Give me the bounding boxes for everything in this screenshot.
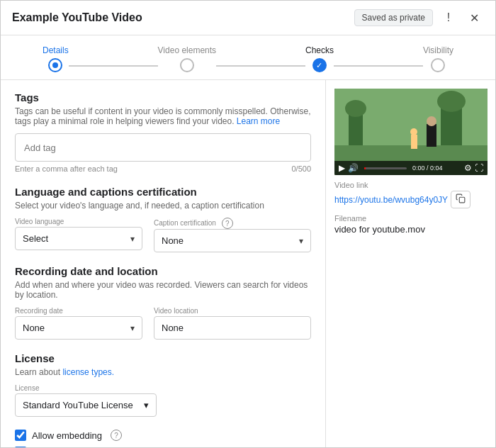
checkboxes-section: Allow embedding ? Publish to subscriptio… [15, 430, 311, 447]
lang-chevron-icon: ▾ [130, 234, 135, 244]
video-link-section: Video link https://youtu.be/wvubg64y0JY [334, 181, 487, 208]
info-button[interactable]: ! [439, 8, 458, 28]
fullscreen-button[interactable]: ⛶ [475, 163, 483, 173]
date-select[interactable]: None ▾ [15, 316, 142, 340]
date-loc-row: Recording date None ▾ Video location Non… [15, 307, 311, 340]
cert-chevron-icon: ▾ [299, 236, 303, 246]
svg-rect-8 [411, 135, 417, 149]
video-link-row: https://youtu.be/wvubg64y0JY [334, 191, 487, 208]
step-video-elements-label: Video elements [158, 45, 217, 55]
license-section: License Learn about license types. Licen… [15, 352, 311, 417]
date-label: Recording date [15, 307, 142, 315]
tags-desc: Tags can be useful if content in your vi… [15, 106, 311, 126]
recording-title: Recording date and location [15, 265, 311, 277]
allow-embedding-label: Allow embedding [32, 430, 102, 441]
svg-point-3 [437, 91, 466, 112]
tags-title: Tags [15, 91, 311, 103]
tag-input-wrapper [15, 133, 311, 162]
loc-select[interactable]: None [154, 316, 311, 340]
steps-bar: Details Video elements Checks ✓ Visibili… [1, 35, 495, 80]
header: Example YouTube Video Saved as private !… [1, 1, 495, 35]
filename-value: video for youtube.mov [334, 224, 487, 235]
lang-label: Video language [15, 218, 142, 225]
license-title: License [15, 352, 311, 364]
date-select-group: Recording date None ▾ [15, 307, 142, 340]
cert-select-group: Caption certification ? None ▾ [154, 218, 311, 252]
svg-point-7 [427, 116, 436, 126]
step-visibility[interactable]: Visibility [423, 45, 453, 72]
cert-label: Caption certification [154, 219, 216, 227]
lang-cert-row: Video language Select ▾ Caption certific… [15, 218, 311, 252]
license-chevron-icon: ▾ [144, 400, 149, 410]
settings-button[interactable]: ⚙ [464, 163, 472, 173]
lang-select[interactable]: Select ▾ [15, 227, 142, 250]
svg-rect-10 [459, 197, 465, 203]
svg-rect-6 [427, 124, 436, 147]
left-panel: Tags Tags can be useful if content in yo… [1, 80, 325, 447]
license-label: License [15, 384, 311, 392]
tag-input[interactable] [24, 142, 302, 153]
video-player: ▶ 🔊 0:00 / 0:04 ⚙ ⛶ [334, 89, 487, 175]
step-video-elements-circle [180, 58, 194, 72]
connector-1 [69, 65, 158, 67]
svg-point-9 [410, 128, 417, 135]
license-types-link[interactable]: license types. [62, 367, 114, 377]
volume-button[interactable]: 🔊 [348, 163, 359, 173]
tags-learn-more[interactable]: Learn more [237, 116, 280, 126]
progress-fill [364, 167, 366, 169]
window-title: Example YouTube Video [12, 11, 142, 24]
step-details-label: Details [43, 45, 69, 55]
video-link-label: Video link [334, 181, 487, 189]
license-desc: Learn about license types. [15, 367, 311, 377]
lang-desc: Select your video's language and, if nee… [15, 201, 311, 211]
loc-select-group: Video location None [154, 307, 311, 340]
cert-select[interactable]: None ▾ [154, 229, 311, 252]
main-content: Tags Tags can be useful if content in yo… [1, 80, 495, 447]
step-details-circle [48, 58, 62, 72]
step-visibility-label: Visibility [423, 45, 453, 55]
checkbox-allow-embedding: Allow embedding ? [15, 430, 311, 441]
step-checks[interactable]: Checks ✓ [305, 45, 334, 72]
progress-bar[interactable] [364, 167, 407, 169]
step-visibility-circle [431, 58, 445, 72]
tag-count: 0/500 [291, 164, 311, 173]
license-select-group: License Standard YouTube License ▾ [15, 384, 311, 417]
tags-section: Tags Tags can be useful if content in yo… [15, 91, 311, 173]
language-section: Language and captions certification Sele… [15, 186, 311, 252]
filename-label: Filename [334, 214, 487, 223]
lang-select-group: Video language Select ▾ [15, 218, 142, 252]
header-actions: Saved as private ! ✕ [354, 8, 484, 28]
saved-badge: Saved as private [354, 9, 433, 26]
step-video-elements[interactable]: Video elements [158, 45, 217, 72]
play-button[interactable]: ▶ [339, 163, 345, 173]
cert-help-icon[interactable]: ? [222, 218, 233, 229]
publish-feed-label: Publish to subscriptions feed and notify… [32, 447, 242, 448]
step-checks-label: Checks [305, 45, 334, 55]
time-display: 0:00 / 0:04 [412, 164, 461, 172]
loc-label: Video location [154, 307, 311, 315]
video-controls: ▶ 🔊 0:00 / 0:04 ⚙ ⛶ [334, 161, 487, 175]
allow-embedding-help-icon[interactable]: ? [111, 430, 122, 441]
copy-icon [456, 194, 466, 203]
filename-section: Filename video for youtube.mov [334, 214, 487, 235]
publish-feed-checkbox[interactable] [15, 447, 26, 447]
tag-footer: Enter a comma after each tag 0/500 [15, 164, 311, 173]
video-link-url[interactable]: https://youtu.be/wvubg64y0JY [334, 195, 448, 205]
lang-title: Language and captions certification [15, 186, 311, 198]
recording-section: Recording date and location Add when and… [15, 265, 311, 340]
connector-3 [334, 65, 423, 67]
close-button[interactable]: ✕ [464, 8, 484, 28]
steps-inner: Details Video elements Checks ✓ Visibili… [43, 45, 453, 72]
cert-label-row: Caption certification ? [154, 218, 311, 229]
allow-embedding-checkbox[interactable] [15, 430, 26, 441]
step-checks-circle: ✓ [312, 58, 327, 72]
license-select[interactable]: Standard YouTube License ▾ [15, 393, 157, 417]
connector-2 [216, 65, 305, 67]
recording-desc: Add when and where your video was record… [15, 280, 311, 300]
svg-point-5 [345, 100, 366, 117]
step-details[interactable]: Details [43, 45, 69, 72]
checkbox-publish-feed: Publish to subscriptions feed and notify… [15, 447, 311, 447]
copy-link-button[interactable] [451, 191, 470, 208]
window: Example YouTube Video Saved as private !… [0, 0, 496, 448]
right-panel: ▶ 🔊 0:00 / 0:04 ⚙ ⛶ Video link https://y… [325, 80, 495, 447]
